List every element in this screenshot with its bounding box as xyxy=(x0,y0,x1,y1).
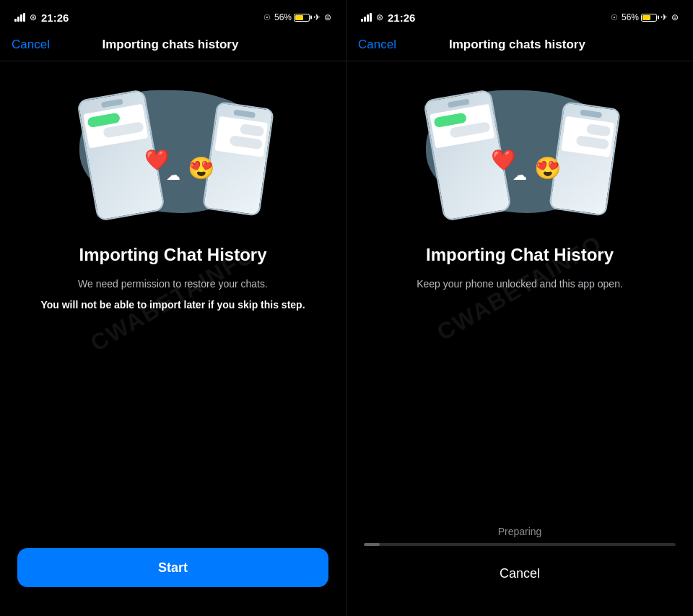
cancel-progress-button[interactable]: Cancel xyxy=(364,560,676,587)
battery-fill-left xyxy=(295,15,303,20)
screen-warning-left: You will not be able to import later if … xyxy=(40,298,305,313)
phone-left-inner-right xyxy=(430,104,494,149)
chat-bubble-white2-right xyxy=(586,123,611,136)
illustration-right: ❤️ ☁ 😍 xyxy=(411,83,628,227)
battery-icon-right xyxy=(641,14,657,22)
phone-left-notch-right xyxy=(447,99,469,108)
illustration-left: ❤️ ☁ 😍 xyxy=(65,83,282,227)
location-icon-right: ☉ xyxy=(611,13,618,22)
status-time-right: 21:26 xyxy=(388,12,415,24)
progress-bar-fill xyxy=(364,543,380,546)
battery-fill-right xyxy=(642,15,650,20)
status-bar-left: ⊛ 21:26 ☉ 56% ✈ ⊜ xyxy=(0,0,346,32)
cancel-button-left[interactable]: Cancel xyxy=(12,38,50,52)
wifi-icon: ⊛ xyxy=(30,12,37,22)
nav-title-right: Importing chats history xyxy=(449,38,585,52)
status-right-icons: ☉ 56% ✈ ⊜ xyxy=(263,12,331,22)
status-bar-right: ⊛ 21:26 ☉ 56% ✈ ⊜ xyxy=(346,0,693,32)
wifi-icon-right: ⊛ xyxy=(376,12,383,22)
phone-right-screen-inner xyxy=(214,116,268,157)
screen-desc-right: Keep your phone unlocked and this app op… xyxy=(417,277,623,292)
screen-title-right: Importing Chat History xyxy=(426,245,614,265)
phone-right-inner-right xyxy=(561,116,614,157)
status-left-icons: ⊛ 21:26 xyxy=(14,12,69,24)
signal-icon-right xyxy=(361,13,372,22)
screen-title-left: Importing Chat History xyxy=(79,245,266,265)
left-phone-screen: ⊛ 21:26 ☉ 56% ✈ ⊜ Cancel Importing chats… xyxy=(0,0,346,616)
screen-desc-left: We need permission to restore your chats… xyxy=(78,277,268,292)
phone-right-notch xyxy=(233,110,256,118)
wifi-icon-right-2: ⊜ xyxy=(671,12,679,22)
location-icon: ☉ xyxy=(263,13,271,22)
progress-label: Preparing xyxy=(364,526,676,537)
battery-left: 56% xyxy=(274,12,310,22)
right-phone-screen: ⊛ 21:26 ☉ 56% ✈ ⊜ Cancel Importing chats… xyxy=(346,0,693,616)
battery-right: 56% xyxy=(622,12,657,22)
bottom-area-left: Start xyxy=(0,537,346,616)
screen-content-left: ❤️ ☁ 😍 Importing Chat History We need pe… xyxy=(0,61,346,537)
cloud-icon-left: ☁ xyxy=(166,166,180,183)
status-right-left-icons: ⊛ 21:26 xyxy=(361,12,415,24)
phone-left-screen-inner xyxy=(83,104,148,149)
status-time-left: 21:26 xyxy=(41,12,69,24)
nav-title-left: Importing chats history xyxy=(103,38,239,52)
chat-bubble-white3 xyxy=(229,135,263,149)
progress-area: Preparing Cancel xyxy=(346,514,693,616)
start-button[interactable]: Start xyxy=(17,548,328,587)
screen-content-right: ❤️ ☁ 😍 Importing Chat History Keep your … xyxy=(346,61,693,514)
wifi-icon-2: ⊜ xyxy=(324,12,331,22)
chat-bubble-white2 xyxy=(239,123,264,136)
battery-icon-left xyxy=(294,14,310,22)
cloud-icon-right: ☁ xyxy=(513,166,527,183)
nav-bar-right: Cancel Importing chats history xyxy=(346,32,693,61)
emoji-icon-left: 😍 xyxy=(188,155,214,181)
phone-right-notch-right xyxy=(580,110,602,118)
cancel-button-right[interactable]: Cancel xyxy=(358,38,396,52)
signal-icon xyxy=(14,13,25,22)
emoji-icon-right: 😍 xyxy=(534,155,561,181)
nav-bar-left: Cancel Importing chats history xyxy=(0,32,346,61)
status-right-right-icons: ☉ 56% ✈ ⊜ xyxy=(611,12,679,22)
airplane-icon-right: ✈ xyxy=(661,12,668,22)
airplane-icon: ✈ xyxy=(313,12,321,22)
chat-bubble-white3-right xyxy=(576,135,610,149)
phone-left-notch xyxy=(100,99,123,108)
progress-bar-container xyxy=(364,543,676,546)
